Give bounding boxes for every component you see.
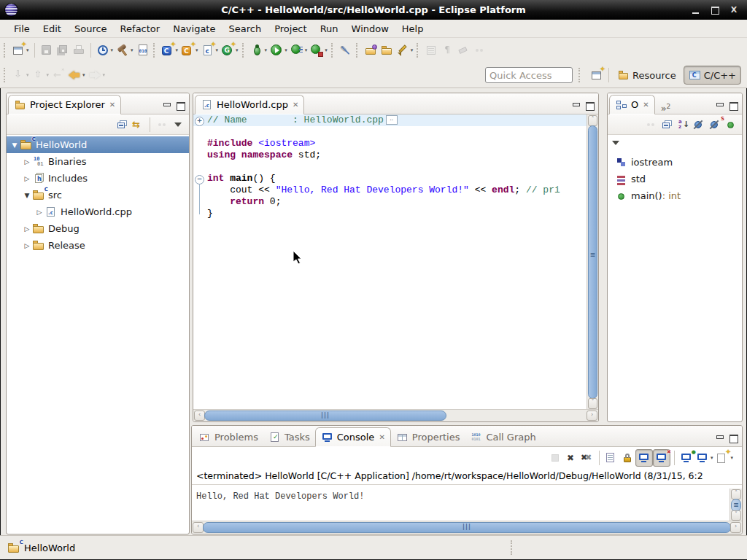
folded-region-indicator[interactable]: .. bbox=[386, 115, 398, 125]
collapsed-twistie-icon[interactable]: ▷ bbox=[22, 158, 32, 166]
hide-static-button[interactable]: S bbox=[707, 117, 723, 133]
dropdown-chevron-icon[interactable]: ▾ bbox=[236, 47, 239, 53]
dropdown-chevron-icon[interactable]: ▾ bbox=[730, 455, 733, 461]
dropdown-chevron-icon[interactable]: ▾ bbox=[26, 47, 29, 53]
binary-doc-button[interactable] bbox=[135, 41, 151, 60]
fold-gutter[interactable] bbox=[193, 138, 205, 149]
tree-item-helloworld[interactable]: ▼CHelloWorld bbox=[7, 136, 189, 153]
eraser-button[interactable] bbox=[455, 41, 471, 60]
remove-launch-button[interactable] bbox=[563, 450, 579, 466]
open-perspective-button[interactable] bbox=[589, 66, 605, 85]
tree-item-binaries[interactable]: ▷Binaries bbox=[7, 153, 189, 170]
dropdown-chevron-icon[interactable]: ▾ bbox=[285, 47, 287, 53]
tab-properties[interactable]: Properties bbox=[391, 428, 465, 446]
scroll-left-button[interactable]: ‹ bbox=[194, 411, 205, 421]
remove-all-button[interactable] bbox=[579, 450, 595, 466]
dropdown-chevron-icon[interactable]: ▾ bbox=[305, 47, 308, 53]
new-wizard-button[interactable]: ▾ bbox=[10, 41, 31, 60]
c-class-orange-button[interactable]: ▾ bbox=[179, 41, 200, 60]
tab-project-explorer[interactable]: Project Explorer ✕ bbox=[8, 95, 121, 114]
open-console-button[interactable]: ▾ bbox=[714, 450, 735, 466]
minimize-button[interactable] bbox=[692, 6, 700, 15]
c-source-file-button[interactable]: ▾ bbox=[200, 41, 220, 60]
tree-item-debug[interactable]: ▷Debug bbox=[7, 220, 189, 237]
maximize-button[interactable] bbox=[711, 6, 719, 15]
mark-occurrences-button[interactable] bbox=[338, 41, 354, 60]
perspective-resource-button[interactable]: Resource bbox=[613, 66, 681, 84]
close-tab-icon[interactable]: ✕ bbox=[379, 433, 384, 441]
pilcrow-button[interactable] bbox=[439, 41, 455, 60]
menu-navigate[interactable]: Navigate bbox=[166, 22, 222, 36]
fold-gutter[interactable]: − bbox=[193, 173, 205, 184]
open-resource-button[interactable] bbox=[379, 41, 395, 60]
fold-gutter[interactable] bbox=[193, 208, 205, 219]
dropdown-chevron-icon[interactable]: ▾ bbox=[103, 72, 106, 78]
tab-call-graph[interactable]: Call Graph bbox=[465, 428, 541, 446]
c-class-blue-button[interactable]: ▾ bbox=[160, 41, 180, 60]
console-vertical-scrollbar[interactable]: ˄ ≡ ˅ bbox=[729, 489, 742, 521]
console-horizontal-scrollbar[interactable]: ‹ ||| › bbox=[192, 521, 742, 534]
tab-outline[interactable]: O ✕ bbox=[609, 95, 655, 114]
view-stack-indicator[interactable]: »2 bbox=[655, 103, 677, 114]
close-tab-icon[interactable]: ✕ bbox=[109, 101, 115, 109]
last-edit-location-button[interactable] bbox=[50, 66, 66, 85]
collapse-all-button[interactable] bbox=[114, 117, 130, 133]
save-button[interactable] bbox=[39, 41, 55, 60]
menu-refactor[interactable]: Refactor bbox=[114, 22, 167, 36]
run-coverage-button[interactable]: ▾ bbox=[309, 41, 329, 60]
fold-gutter[interactable] bbox=[193, 184, 205, 196]
back-button[interactable]: ▾ bbox=[66, 66, 87, 85]
display-console-button[interactable]: ▾ bbox=[694, 450, 715, 466]
code-editor[interactable]: +// Name : HelloWorld.cpp..#include <ios… bbox=[193, 114, 587, 410]
minimize-view-button[interactable] bbox=[163, 102, 171, 109]
close-tab-icon[interactable]: ✕ bbox=[293, 101, 298, 109]
scroll-up-button[interactable]: ˄ bbox=[731, 489, 741, 499]
debug-bug-button[interactable]: ▾ bbox=[249, 41, 269, 60]
forward-button[interactable]: ▾ bbox=[87, 66, 107, 85]
outline-item-main-[interactable]: main() : int bbox=[608, 187, 742, 204]
dropdown-chevron-icon[interactable]: ▾ bbox=[265, 47, 268, 53]
scroll-up-button[interactable]: ˄ bbox=[588, 115, 597, 126]
scroll-thumb[interactable]: ||| bbox=[203, 522, 731, 533]
scroll-left-button[interactable]: ‹ bbox=[193, 522, 204, 533]
terminate-button[interactable] bbox=[547, 450, 563, 466]
sort-az-button[interactable] bbox=[675, 117, 691, 133]
editor-horizontal-scrollbar[interactable]: ‹ ||| › bbox=[193, 409, 598, 421]
perspective-cpp-button[interactable]: C/C++ bbox=[684, 66, 741, 85]
collapsed-twistie-icon[interactable]: ▷ bbox=[34, 209, 44, 216]
editor-vertical-scrollbar[interactable]: ˄ ≡ ˅ bbox=[587, 114, 598, 410]
menu-file[interactable]: File bbox=[7, 22, 36, 36]
run-button[interactable]: ▾ bbox=[268, 41, 289, 60]
fold-collapse-icon[interactable]: − bbox=[195, 175, 204, 184]
close-tab-icon[interactable]: ✕ bbox=[643, 101, 649, 109]
dots-button[interactable] bbox=[643, 117, 659, 133]
show-public-button[interactable] bbox=[723, 117, 739, 133]
form-editor-button[interactable] bbox=[423, 41, 439, 60]
run-config-button[interactable]: ▾ bbox=[289, 41, 309, 60]
dropdown-chevron-icon[interactable]: ▾ bbox=[131, 47, 133, 53]
tree-item-src[interactable]: ▼Csrc bbox=[7, 187, 189, 203]
fold-gutter[interactable] bbox=[193, 196, 205, 208]
menu-search[interactable]: Search bbox=[222, 22, 268, 36]
tab-problems[interactable]: Problems bbox=[193, 428, 263, 446]
menu-run[interactable]: Run bbox=[314, 22, 345, 36]
build-hammer-button[interactable]: ▾ bbox=[115, 41, 135, 60]
scroll-down-button[interactable]: ˅ bbox=[731, 510, 741, 521]
previous-annotation-button[interactable]: ▾ bbox=[31, 66, 51, 85]
tree-item-helloworld-cpp[interactable]: ▷HelloWorld.cpp bbox=[7, 203, 189, 220]
search-pen-button[interactable]: ▾ bbox=[395, 41, 415, 60]
collapsed-twistie-icon[interactable]: ▷ bbox=[22, 242, 32, 249]
menu-window[interactable]: Window bbox=[345, 22, 395, 36]
menu-edit[interactable]: Edit bbox=[36, 22, 68, 36]
dots-button[interactable] bbox=[471, 41, 487, 60]
maximize-view-button[interactable] bbox=[177, 102, 185, 109]
outline-item-iostream[interactable]: iostream bbox=[608, 154, 742, 171]
fold-expand-icon[interactable]: + bbox=[195, 117, 204, 126]
dropdown-chevron-icon[interactable]: ▾ bbox=[111, 47, 114, 53]
scroll-thumb[interactable]: ||| bbox=[204, 411, 446, 421]
close-button[interactable]: X bbox=[729, 6, 738, 15]
scroll-thumb[interactable]: ≡ bbox=[588, 125, 597, 399]
collapsed-twistie-icon[interactable]: ▷ bbox=[22, 225, 32, 233]
link-editor-button[interactable] bbox=[130, 117, 146, 133]
scroll-down-button[interactable]: ˅ bbox=[588, 398, 597, 409]
